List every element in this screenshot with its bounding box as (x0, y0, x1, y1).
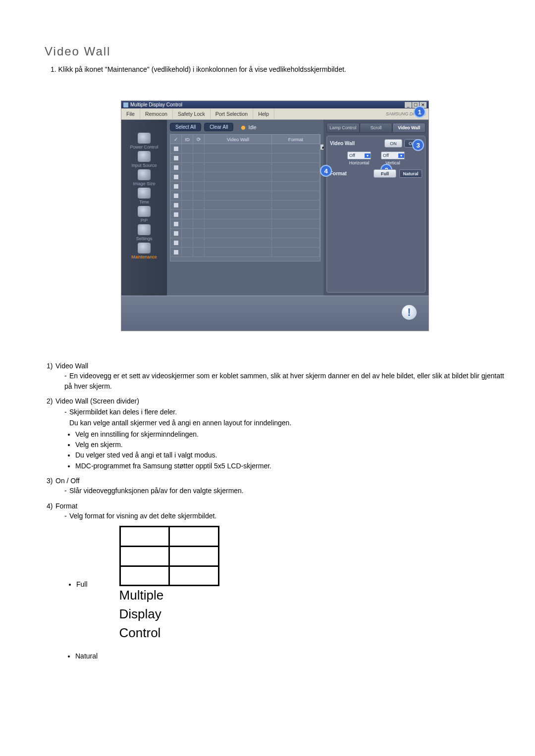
sidebar-item-maintenance[interactable]: Maintenance (131, 243, 157, 259)
table-row[interactable] (170, 172, 320, 182)
bullet: MDC-programmet fra Samsung støtter oppti… (75, 461, 505, 471)
row-checkbox[interactable] (174, 184, 178, 189)
sidebar-label: Input Source (131, 163, 157, 168)
format-full-row: Full Multiple Display Control (76, 526, 505, 642)
item-text: Skjermbildet kan deles i flere deler. (69, 408, 177, 416)
table-row[interactable] (170, 144, 320, 153)
sidebar-label: PIP (141, 218, 148, 223)
sidebar: Power Control Input Source Image Size Ti… (121, 120, 167, 296)
display-grid: ✓ ID ⟳ Video Wall Format (170, 134, 321, 261)
bullet: Velg en skjerm. (75, 440, 505, 450)
row-checkbox[interactable] (174, 147, 178, 151)
bullet: Du velger sted ved å angi et tall i valg… (75, 450, 505, 460)
info-icon: ! (402, 305, 417, 320)
callout-badge-4: 4 (320, 165, 332, 177)
callout-badge-3: 3 (412, 139, 424, 151)
row-checkbox[interactable] (174, 222, 178, 226)
table-row[interactable] (170, 219, 320, 229)
app-icon (123, 102, 128, 107)
item-number: 3) (47, 476, 55, 486)
menu-safetylock[interactable]: Safety Lock (173, 109, 211, 119)
tab-video-wall[interactable]: Video Wall (392, 123, 426, 133)
explain-item-4: 4)Format -Velg format for visning av det… (47, 501, 505, 521)
dash: - (64, 511, 69, 521)
horizontal-label: Horizontal (349, 160, 370, 165)
table-row[interactable] (170, 248, 320, 257)
table-row[interactable] (170, 182, 320, 191)
item-text: En videovegg er et sett av videoskjermer… (64, 372, 504, 390)
row-checkbox[interactable] (174, 203, 178, 207)
row-checkbox[interactable] (174, 165, 178, 170)
item-number: 4) (47, 501, 55, 511)
chevron-down-icon: ▾ (398, 153, 404, 158)
chevron-down-icon: ▾ (365, 153, 371, 158)
row-checkbox[interactable] (174, 175, 178, 179)
pip-icon (138, 206, 151, 217)
sidebar-label: Image Size (133, 181, 155, 186)
minimize-button[interactable]: _ (405, 102, 412, 108)
col-id: ID (182, 135, 193, 144)
item-text: Velg format for visning av det delte skj… (69, 512, 216, 520)
full-label: Full (76, 579, 88, 589)
dash: - (64, 486, 69, 496)
on-button[interactable]: ON (384, 139, 402, 148)
intro-text: Klikk på ikonet "Maintenance" (vedlikeho… (58, 65, 346, 73)
vertical-select[interactable]: Off▾ (381, 151, 405, 159)
menu-remocon[interactable]: Remocon (140, 109, 173, 119)
maintenance-icon (138, 243, 151, 253)
menu-file[interactable]: File (121, 109, 140, 119)
time-icon (138, 188, 151, 199)
col-videowall: Video Wall (205, 135, 272, 144)
table-row[interactable] (170, 191, 320, 201)
row-checkbox[interactable] (174, 231, 178, 236)
sidebar-item-input[interactable]: Input Source (131, 151, 157, 168)
table-row[interactable] (170, 238, 320, 248)
tab-scroll[interactable]: Scroll (360, 123, 393, 133)
full-button[interactable]: Full (374, 169, 396, 178)
item-title: Format (55, 502, 77, 510)
window-title: Multiple Display Control (130, 102, 405, 107)
col-format: Format (272, 135, 320, 144)
col-check[interactable]: ✓ (174, 137, 178, 142)
item-number: 1) (47, 361, 55, 371)
table-row[interactable] (170, 210, 320, 219)
sidebar-item-pip[interactable]: PIP (138, 206, 151, 223)
sidebar-item-settings[interactable]: Settings (136, 224, 153, 241)
natural-button[interactable]: Natural (399, 169, 422, 178)
menu-portselection[interactable]: Port Selection (211, 109, 253, 119)
select-all-button[interactable]: Select All (170, 123, 201, 131)
format-label: Format (330, 171, 371, 176)
menu-help[interactable]: Help (253, 109, 274, 119)
power-icon (138, 133, 151, 144)
horizontal-select[interactable]: Off▾ (347, 151, 371, 159)
row-checkbox[interactable] (174, 194, 178, 198)
sidebar-item-time[interactable]: Time (138, 188, 151, 204)
full-diagram (119, 526, 219, 586)
dash: - (64, 371, 69, 381)
idle-label: Idle (248, 125, 256, 130)
sidebar-label: Settings (136, 236, 153, 241)
row-checkbox[interactable] (174, 250, 178, 254)
intro-line: 1. Klikk på ikonet "Maintenance" (vedlik… (45, 65, 505, 73)
table-row[interactable] (170, 153, 320, 163)
item-title: On / Off (55, 477, 80, 485)
table-row[interactable] (170, 163, 320, 172)
sidebar-label: Time (139, 200, 149, 204)
table-row[interactable] (170, 229, 320, 238)
sidebar-item-imagesize[interactable]: Image Size (133, 169, 155, 186)
row-checkbox[interactable] (174, 241, 178, 245)
item-title: Video Wall (Screen divider) (55, 397, 139, 405)
explain-item-2: 2)Video Wall (Screen divider) -Skjermbil… (47, 396, 505, 471)
item-title: Video Wall (55, 362, 88, 370)
table-row[interactable] (170, 201, 320, 210)
video-wall-panel: Video Wall ON OFF 3 Off▾ Horizontal Off (326, 136, 426, 293)
dash: - (64, 407, 69, 417)
row-checkbox[interactable] (174, 156, 178, 160)
footer-bar: ! (121, 296, 428, 331)
tab-lamp-control[interactable]: Lamp Control (326, 123, 360, 133)
col-refresh-icon: ⟳ (193, 135, 205, 144)
clear-all-button[interactable]: Clear All (204, 123, 233, 131)
item-text: Du kan velge antall skjermer ved å angi … (64, 418, 505, 428)
row-checkbox[interactable] (174, 212, 178, 217)
sidebar-item-power[interactable]: Power Control (130, 133, 158, 150)
